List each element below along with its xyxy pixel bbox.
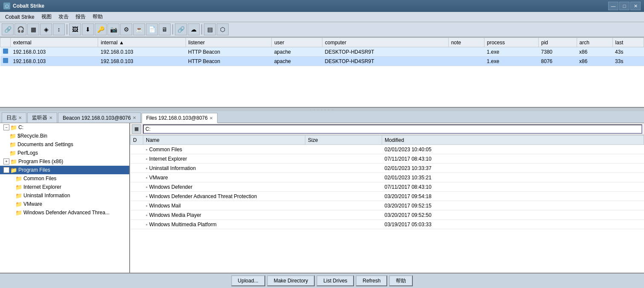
tab-listener-close[interactable]: ✕ [49, 115, 52, 120]
tab-logs[interactable]: 日志 ✕ [2, 112, 26, 123]
tree-item-vmware[interactable]: 📁 VMware [0, 200, 129, 208]
file-row-5[interactable]: ▪ Windows Defender Advanced Threat Prote… [131, 192, 644, 201]
maximize-button[interactable]: □ [619, 2, 629, 10]
col-process[interactable]: process [484, 38, 538, 47]
tree-expand-pfx86[interactable]: + [3, 158, 9, 164]
file-size-4 [305, 182, 382, 192]
tab-logs-close[interactable]: ✕ [18, 115, 22, 120]
file-row-8[interactable]: ▪ Windows Multimedia Platform 03/19/2017… [131, 220, 644, 229]
beacon-row-1[interactable]: 192.168.0.103 192.168.0.103 HTTP Beacon … [0, 57, 644, 66]
tree-item-program-files[interactable]: − 📁 Program Files [0, 166, 129, 174]
upload-button[interactable]: Upload... [231, 275, 265, 286]
file-size-8 [305, 220, 382, 229]
col-pid[interactable]: pid [539, 38, 577, 47]
col-arch[interactable]: arch [577, 38, 612, 47]
file-row-3[interactable]: ▪ VMware 02/01/2023 10:35:21 [131, 173, 644, 182]
toolbar-btn-1[interactable]: 🔗 [2, 23, 14, 35]
col-external[interactable]: external [11, 38, 98, 47]
tab-beacon[interactable]: Beacon 192.168.0.103@8076 ✕ [58, 112, 141, 123]
tree-item-uninstall[interactable]: 📁 Uninstall Information [0, 191, 129, 200]
tab-listener[interactable]: 监听器 ✕ [27, 112, 57, 123]
tree-item-perflogs[interactable]: 📁 PerfLogs [0, 149, 129, 157]
file-size-1 [305, 154, 382, 164]
col-header-modified[interactable]: Modified [382, 135, 644, 145]
beacon-process-1: 1.exe [484, 57, 538, 66]
toolbar-btn-gear[interactable]: ⚙ [120, 23, 132, 35]
tree-expand-root[interactable]: − [3, 124, 9, 130]
tree-folder-recycle-icon: 📁 [9, 133, 16, 139]
menu-view[interactable]: 视图 [38, 12, 55, 21]
file-row-1[interactable]: ▪ Internet Explorer 07/11/2017 08:43:10 [131, 154, 644, 164]
file-name-1: ▪ Internet Explorer [143, 154, 305, 164]
beacon-listener-1: HTTP Beacon [186, 57, 272, 66]
file-row-6[interactable]: ▪ Windows Mail 03/20/2017 09:52:15 [131, 201, 644, 210]
window-title: Cobalt Strike [13, 3, 44, 9]
toolbar-btn-image[interactable]: 🖼 [69, 23, 81, 35]
col-header-size[interactable]: Size [305, 135, 382, 145]
toolbar-btn-3[interactable]: ▦ [27, 23, 39, 35]
col-listener[interactable]: listener [186, 38, 272, 47]
splitter[interactable]: · · · · · · · [0, 108, 644, 111]
toolbar-btn-5[interactable]: ↕ [53, 23, 65, 35]
menu-help[interactable]: 帮助 [89, 12, 106, 21]
make-directory-button[interactable]: Make Directory [267, 275, 315, 286]
path-input[interactable] [143, 124, 642, 134]
minimize-button[interactable]: — [608, 2, 618, 10]
toolbar-btn-layers[interactable]: ▤ [204, 23, 216, 35]
col-header-d[interactable]: D [131, 135, 143, 145]
close-button[interactable]: ✕ [630, 2, 641, 10]
toolbar-btn-box[interactable]: ⬡ [217, 23, 229, 35]
toolbar-btn-headphone[interactable]: 🎧 [15, 23, 26, 35]
toolbar-btn-doc[interactable]: 📄 [146, 23, 158, 35]
file-modified-5: 03/20/2017 09:54:18 [382, 192, 644, 201]
col-last[interactable]: last [612, 38, 644, 47]
col-indicator [0, 38, 11, 47]
toolbar-btn-cloud[interactable]: ☁ [188, 23, 200, 35]
file-row-2[interactable]: ▪ Uninstall Information 02/01/2023 10:33… [131, 164, 644, 173]
help-button[interactable]: 帮助 [389, 275, 413, 286]
toolbar-btn-4[interactable]: ◈ [40, 23, 52, 35]
tree-expand-pf[interactable]: − [3, 167, 9, 173]
file-d-3 [131, 173, 143, 182]
col-header-name[interactable]: Name [143, 135, 305, 145]
menu-attack[interactable]: 攻击 [55, 12, 72, 21]
toolbar-btn-link[interactable]: 🔗 [175, 23, 187, 35]
file-d-5 [131, 192, 143, 201]
beacon-computer-1: DESKTOP-HD4SR9T [322, 57, 449, 66]
tree-pf-label: Program Files [18, 167, 50, 173]
file-folder-icon-8: ▪ [146, 222, 148, 228]
tree-item-documents[interactable]: 📁 Documents and Settings [0, 140, 129, 149]
tree-item-program-files-x86[interactable]: + 📁 Program Files (x86) [0, 157, 129, 166]
file-row-7[interactable]: ▪ Windows Media Player 03/20/2017 09:52:… [131, 210, 644, 220]
beacon-internal-1: 192.168.0.103 [98, 57, 186, 66]
col-note[interactable]: note [448, 38, 484, 47]
toolbar-btn-monitor[interactable]: 🖥 [159, 23, 171, 35]
toolbar-btn-coffee[interactable]: ☕ [133, 23, 145, 35]
refresh-button[interactable]: Refresh [356, 275, 387, 286]
path-bar-button[interactable]: ▦ [132, 124, 141, 134]
tree-item-ie[interactable]: 📁 Internet Explorer [0, 183, 129, 191]
toolbar-btn-download[interactable]: ⬇ [82, 23, 94, 35]
col-user[interactable]: user [272, 38, 322, 47]
tree-perf-label: PerfLogs [17, 150, 38, 156]
file-row-4[interactable]: ▪ Windows Defender 07/11/2017 08:43:10 [131, 182, 644, 192]
file-row-0[interactable]: ▪ Common Files 02/01/2023 10:40:05 [131, 145, 644, 154]
tree-item-root[interactable]: − 📁 C: [0, 123, 129, 132]
toolbar-btn-photo[interactable]: 📷 [107, 23, 119, 35]
toolbar-btn-key[interactable]: 🔑 [95, 23, 107, 35]
menu-cobalt-strike[interactable]: Cobalt Strike [2, 13, 38, 21]
col-internal[interactable]: internal ▲ [98, 38, 186, 47]
col-computer[interactable]: computer [322, 38, 449, 47]
file-modified-4: 07/11/2017 08:43:10 [382, 182, 644, 192]
tree-item-wdatp[interactable]: 📁 Windows Defender Advanced Threa... [0, 208, 129, 217]
tree-item-recycle[interactable]: 📁 $Recycle.Bin [0, 132, 129, 140]
list-drives-button[interactable]: List Drives [316, 275, 354, 286]
tab-files-close[interactable]: ✕ [209, 116, 213, 121]
tab-beacon-close[interactable]: ✕ [133, 115, 136, 120]
beacon-row-0[interactable]: 192.168.0.103 192.168.0.103 HTTP Beacon … [0, 47, 644, 57]
window-controls: — □ ✕ [608, 2, 641, 10]
beacon-computer-0: DESKTOP-HD4SR9T [322, 47, 449, 57]
tab-files[interactable]: Files 192.168.0.103@8076 ✕ [142, 113, 218, 123]
tree-item-common[interactable]: 📁 Common Files [0, 174, 129, 183]
menu-report[interactable]: 报告 [72, 12, 89, 21]
